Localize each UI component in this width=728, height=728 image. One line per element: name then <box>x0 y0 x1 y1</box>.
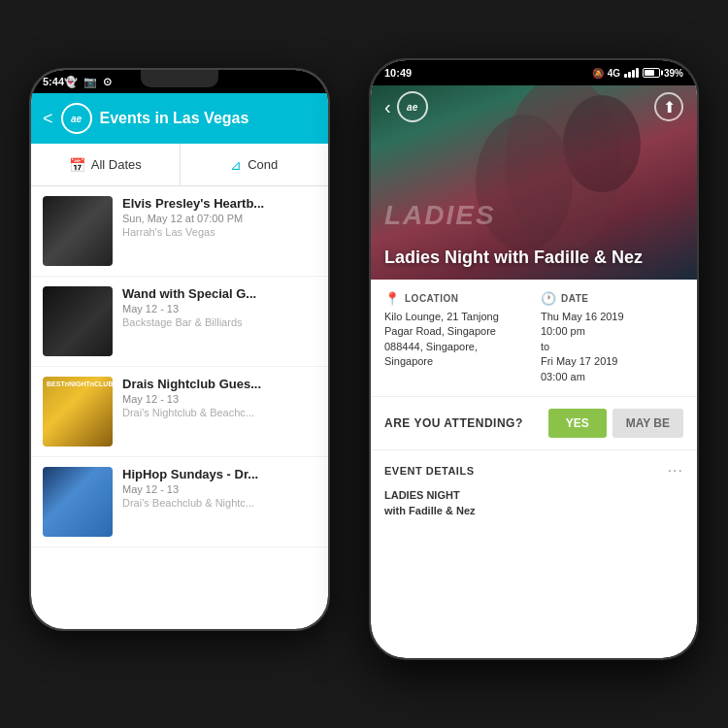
cond-filter[interactable]: ⊿ Cond <box>181 144 329 185</box>
event-thumb-1 <box>43 196 113 266</box>
event-name-4: HipHop Sundays - Dr... <box>122 467 316 481</box>
back-filter-bar: 📅 All Dates ⊿ Cond <box>31 144 328 186</box>
event-details-content: LADIES NIGHTwith Fadille & Nez <box>384 487 683 519</box>
back-time: 5:44 <box>43 76 64 87</box>
location-value: Kilo Lounge, 21 Tanjong Pagar Road, Sing… <box>384 310 527 370</box>
signal-bars <box>624 68 639 78</box>
event-venue-1: Harrah's Las Vegas <box>122 226 316 238</box>
event-info-2: Wand with Special G... May 12 - 13 Backs… <box>122 286 316 356</box>
ladies-text: LADIES <box>384 200 496 231</box>
front-status-bar: 10:49 🔕 4G 39% <box>371 60 697 85</box>
dots-menu-button[interactable]: ··· <box>668 462 683 480</box>
battery-label: 39% <box>664 68 683 79</box>
back-phone-notch <box>141 70 218 87</box>
event-item-4[interactable]: HipHop Sundays - Dr... May 12 - 13 Drai'… <box>31 457 328 547</box>
back-button[interactable]: < <box>43 109 53 129</box>
location-icon: 📍 <box>384 291 400 306</box>
event-details-section: EVENT DETAILS ··· LADIES NIGHTwith Fadil… <box>371 450 697 531</box>
details-header-row: EVENT DETAILS ··· <box>384 462 683 480</box>
back-phone-screen: 5:44 👻 📷 ⊙ < ae Events in Las Vegas 📅 Al… <box>31 70 328 629</box>
date-header: 🕐 DATE <box>541 291 683 306</box>
event-date-2: May 12 - 13 <box>122 303 316 314</box>
event-name-3: Drais Nightclub Gues... <box>122 377 316 391</box>
location-header: 📍 LOCATION <box>384 291 527 306</box>
yes-button[interactable]: YES <box>548 409 607 438</box>
event-name-1: Elvis Presley's Heartb... <box>122 196 316 211</box>
date-filter[interactable]: 📅 All Dates <box>31 144 181 185</box>
front-time: 10:49 <box>384 67 592 79</box>
event-date-3: May 12 - 13 <box>122 393 316 405</box>
front-phone-screen: 10:49 🔕 4G 39% <box>371 60 697 658</box>
chevron-left-icon: ‹ <box>384 96 391 118</box>
location-section: 📍 LOCATION Kilo Lounge, 21 Tanjong Pagar… <box>384 291 527 384</box>
date-filter-label: All Dates <box>91 157 142 172</box>
front-back-button[interactable]: ‹ ae <box>384 91 428 122</box>
instagram-icon: 📷 <box>83 76 97 88</box>
battery-fill <box>645 70 654 76</box>
event-details-title: EVENT DETAILS <box>384 465 474 477</box>
attending-label: ARE YOU ATTENDING? <box>384 416 548 430</box>
front-logo: ae <box>397 91 428 122</box>
back-title: Events in Las Vegas <box>100 110 316 127</box>
cond-filter-label: Cond <box>248 157 278 172</box>
signal-bar-1 <box>624 74 627 78</box>
event-venue-2: Backstage Bar & Billiards <box>122 316 316 328</box>
location-label: LOCATION <box>405 293 458 304</box>
event-image-label: Ladies Night with Fadille & Nez <box>384 248 683 268</box>
event-date-4: May 12 - 13 <box>122 483 316 495</box>
event-thumb-3 <box>43 377 113 447</box>
battery-icon <box>643 68 660 78</box>
event-image-title: Ladies Night with Fadille & Nez <box>384 248 683 268</box>
event-info-3: Drais Nightclub Gues... May 12 - 13 Drai… <box>122 377 316 447</box>
event-thumb-2 <box>43 286 113 356</box>
camera-icon: ⊙ <box>103 76 112 88</box>
date-label: DATE <box>561 293 588 304</box>
event-item-3[interactable]: Drais Nightclub Gues... May 12 - 13 Drai… <box>31 367 328 457</box>
back-header: < ae Events in Las Vegas <box>31 93 328 144</box>
back-phone: 5:44 👻 📷 ⊙ < ae Events in Las Vegas 📅 Al… <box>29 68 330 631</box>
event-item-1[interactable]: Elvis Presley's Heartb... Sun, May 12 at… <box>31 186 328 277</box>
share-icon: ⬆ <box>663 98 676 116</box>
event-name-2: Wand with Special G... <box>122 286 316 301</box>
calendar-icon: 📅 <box>69 157 85 173</box>
attending-section: ARE YOU ATTENDING? YES MAY BE <box>371 397 697 450</box>
event-date-1: Sun, May 12 at 07:00 PM <box>122 213 316 224</box>
filter-icon: ⊿ <box>230 157 242 173</box>
front-event-image: LADIES ‹ ae ⬆ Ladies Night with Fadille … <box>371 85 697 280</box>
event-venue-3: Drai's Nightclub & Beachc... <box>122 407 316 418</box>
event-info-1: Elvis Presley's Heartb... Sun, May 12 at… <box>122 196 316 266</box>
signal-bar-2 <box>628 72 631 78</box>
snapchat-icon: 👻 <box>64 76 78 88</box>
date-value: Thu May 16 201910:00 pmtoFri May 17 2019… <box>541 310 683 384</box>
back-logo: ae <box>61 103 92 134</box>
event-item-2[interactable]: Wand with Special G... May 12 - 13 Backs… <box>31 277 328 367</box>
front-phone: 10:49 🔕 4G 39% <box>369 58 699 660</box>
network-label: 4G <box>608 68 620 79</box>
date-section: 🕐 DATE Thu May 16 201910:00 pmtoFri May … <box>541 291 683 384</box>
front-header-overlay: ‹ ae ⬆ <box>371 85 697 128</box>
event-venue-4: Drai's Beachclub & Nightc... <box>122 497 316 509</box>
event-info-4: HipHop Sundays - Dr... May 12 - 13 Drai'… <box>122 467 316 537</box>
front-event-details: 📍 LOCATION Kilo Lounge, 21 Tanjong Pagar… <box>371 280 697 397</box>
share-button[interactable]: ⬆ <box>654 92 683 121</box>
signal-bar-3 <box>632 70 635 78</box>
maybe-button[interactable]: MAY BE <box>612 409 683 438</box>
event-list: Elvis Presley's Heartb... Sun, May 12 at… <box>31 186 328 629</box>
mute-icon: 🔕 <box>592 68 604 79</box>
signal-bar-4 <box>636 68 639 78</box>
front-status-right: 🔕 4G 39% <box>592 68 683 79</box>
clock-icon: 🕐 <box>541 291 556 306</box>
back-status-icons: 👻 📷 ⊙ <box>64 76 112 88</box>
event-thumb-4 <box>43 467 113 537</box>
